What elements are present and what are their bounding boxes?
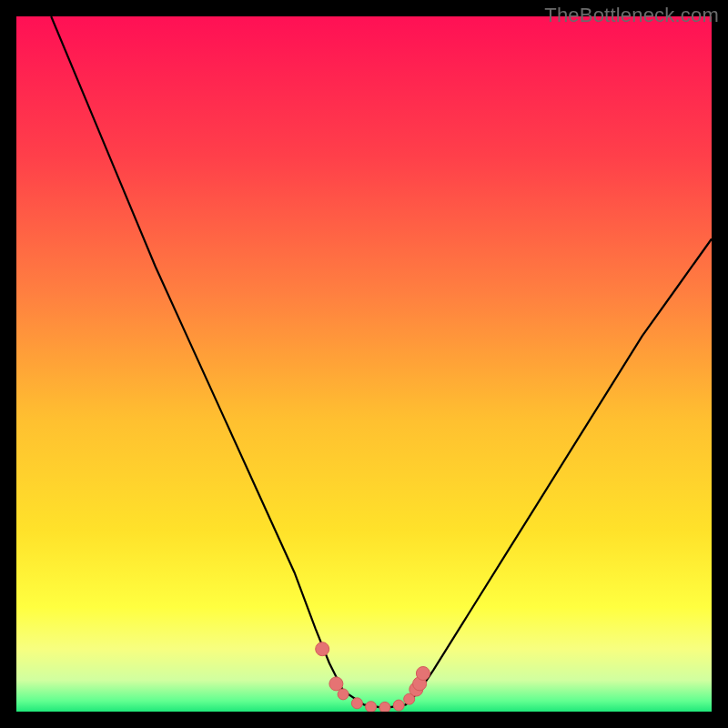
curve-marker	[351, 698, 362, 709]
plot-frame	[16, 16, 712, 712]
watermark-text: TheBottleneck.com	[544, 4, 719, 27]
curve-marker	[338, 689, 349, 700]
marker-group	[316, 642, 430, 712]
curve-marker	[329, 677, 343, 691]
curve-marker	[316, 642, 329, 656]
curve-marker	[366, 702, 377, 712]
curve-marker	[393, 700, 404, 711]
bottleneck-curve	[51, 16, 712, 708]
curve-marker	[379, 702, 390, 712]
curve-layer	[16, 16, 712, 712]
curve-marker	[416, 667, 430, 681]
